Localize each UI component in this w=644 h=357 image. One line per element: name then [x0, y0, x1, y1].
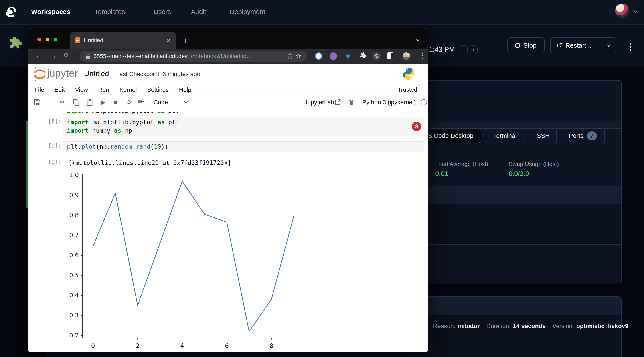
code-cell-9[interactable]: plt.plot(np.random.rand(10))	[62, 141, 424, 152]
traffic-close-button[interactable]	[38, 38, 41, 42]
back-button[interactable]: ←	[35, 51, 43, 60]
copy-cell-icon[interactable]	[73, 99, 79, 106]
lightning-extension-icon[interactable]	[345, 52, 351, 60]
terminal-button[interactable]: Terminal	[485, 128, 525, 143]
nav-item-templates[interactable]: Templates	[94, 8, 125, 16]
traffic-minimize-button[interactable]	[46, 38, 49, 42]
run-cell-icon[interactable]: ▶	[100, 98, 106, 106]
svg-text:0.7: 0.7	[69, 232, 79, 238]
nav-item-workspaces[interactable]: Workspaces	[31, 8, 70, 16]
cell-type-select[interactable]: Code	[154, 99, 168, 106]
svg-text:0.3: 0.3	[69, 312, 79, 319]
workspace-kebab-menu[interactable]	[630, 42, 631, 52]
restart-dropdown-button[interactable]	[600, 38, 616, 53]
tab-search-chevron-icon[interactable]	[416, 38, 420, 41]
reload-button[interactable]: ⟳	[64, 51, 70, 59]
svg-text:0.6: 0.6	[69, 252, 79, 258]
menu-help[interactable]: Help	[179, 86, 192, 94]
restart-kernel-icon[interactable]: ⟳	[126, 98, 132, 106]
build-meta-row: Reason:initiator Duration:14 seconds Ver…	[433, 323, 632, 330]
ports-count-badge: 7	[587, 131, 597, 140]
run-all-icon[interactable]: ▶▶	[138, 98, 143, 104]
browser-tab[interactable]: Untitled ×	[70, 32, 176, 48]
tab-close-icon[interactable]: ×	[167, 37, 170, 44]
input-prompt: [9]:	[44, 142, 62, 149]
stat-load-average: Load Average (Host) 0.01	[435, 161, 488, 178]
restart-workspace-button[interactable]: ↺ Restart...	[550, 38, 616, 54]
traffic-maximize-button[interactable]	[54, 38, 58, 42]
svg-text:1.0: 1.0	[69, 172, 79, 178]
ssh-button[interactable]: SSH	[530, 128, 557, 143]
svg-text:6: 6	[225, 342, 229, 349]
svg-text:0.5: 0.5	[69, 272, 79, 279]
bookmark-star-icon[interactable]: ☆	[296, 52, 301, 60]
browser-toolbar: ← → ⟳ 5555--main--test--matifali.atif.cd…	[28, 48, 428, 64]
ports-label: Ports	[569, 132, 583, 139]
python-kernel-logo-icon	[403, 68, 415, 80]
terminal-label: Terminal	[493, 132, 517, 139]
svg-text:0: 0	[91, 342, 95, 349]
lock-icon	[86, 53, 90, 59]
avatar-chevron-down-icon[interactable]	[633, 9, 637, 13]
new-tab-button[interactable]: +	[183, 36, 188, 46]
coder-logo-icon[interactable]	[5, 6, 18, 19]
screen: Workspaces Templates Users Audit Deploym…	[0, 0, 644, 357]
url-host: 5555--main--test--matifali.atif.cdr.dev	[94, 53, 188, 60]
stat-label: Swap Usage (Host)	[509, 161, 559, 168]
jupyterlab-link[interactable]: JupyterLab	[304, 99, 334, 106]
execution-count-badge: 3	[412, 122, 422, 131]
cell-type-chevron-icon[interactable]	[184, 100, 188, 104]
trusted-button[interactable]: Trusted	[395, 85, 420, 94]
cut-cell-icon[interactable]: ✂	[60, 98, 65, 106]
stat-value: 0.01	[435, 170, 488, 178]
nav-item-deployment[interactable]: Deployment	[230, 8, 265, 16]
svg-text:0.2: 0.2	[69, 332, 79, 339]
output-repr-text: [<matplotlib.lines.Line2D at 0x7fd03f191…	[68, 159, 231, 167]
notebook-title[interactable]: Untitled	[84, 70, 109, 78]
onepassword-extension-icon[interactable]	[315, 52, 322, 60]
menu-file[interactable]: File	[34, 86, 44, 94]
menu-edit[interactable]: Edit	[54, 86, 65, 94]
menu-kernel[interactable]: Kernel	[120, 86, 137, 94]
kernel-name[interactable]: Python 3 (ipykernel)	[362, 99, 416, 106]
duration-label: Duration:	[486, 323, 511, 330]
forward-button[interactable]: →	[50, 51, 57, 60]
share-icon[interactable]	[287, 53, 293, 59]
nav-item-users[interactable]: Users	[154, 8, 171, 16]
address-bar[interactable]: 5555--main--test--matifali.atif.cdr.dev/…	[80, 50, 307, 62]
stat-swap-usage: Swap Usage (Host) 0.0/2.0	[509, 161, 559, 178]
browser-profile-avatar[interactable]	[402, 52, 410, 60]
code-line: plt.plot(np.random.rand(10))	[67, 142, 424, 151]
external-link-icon[interactable]	[335, 99, 341, 105]
nav-item-audit[interactable]: Audit	[191, 8, 206, 16]
zoom-in-button[interactable]: +	[470, 46, 478, 54]
restart-main[interactable]: ↺ Restart...	[550, 38, 597, 53]
split-view-extension-icon[interactable]	[387, 52, 394, 60]
stylus-extension-icon[interactable]: S	[373, 52, 380, 60]
chevron-down-icon	[606, 43, 610, 47]
code-cell-8[interactable]: import matplotlib.pyplot as plt import n…	[62, 117, 424, 136]
interrupt-kernel-icon[interactable]: ■	[114, 98, 117, 106]
svg-text:8: 8	[270, 342, 273, 349]
github-cat-extension-icon[interactable]	[330, 52, 337, 60]
zoom-out-button[interactable]: −	[460, 46, 468, 54]
extensions-puzzle-icon[interactable]	[358, 52, 366, 60]
stop-workspace-button[interactable]: Stop	[507, 38, 544, 54]
browser-menu-kebab[interactable]: ⋮	[419, 52, 426, 60]
debugger-bug-icon[interactable]	[348, 100, 355, 106]
vscode-desktop-label: VS Code Desktop	[424, 132, 474, 139]
save-icon[interactable]	[34, 99, 40, 106]
restart-icon: ↺	[556, 41, 562, 50]
menu-run[interactable]: Run	[98, 86, 109, 94]
kernel-status-icon	[421, 99, 427, 106]
menu-settings[interactable]: Settings	[147, 86, 169, 94]
menu-view[interactable]: View	[75, 86, 88, 94]
paste-cell-icon[interactable]	[87, 99, 92, 106]
user-avatar[interactable]	[615, 4, 629, 18]
add-cell-icon[interactable]: +	[47, 98, 51, 106]
input-prompt: [8]:	[44, 118, 62, 124]
jupyter-wordmark: jupyter	[47, 68, 78, 79]
ports-button[interactable]: Ports 7	[561, 128, 605, 143]
svg-text:0.8: 0.8	[69, 212, 79, 218]
reason-value: initiator	[458, 323, 480, 330]
